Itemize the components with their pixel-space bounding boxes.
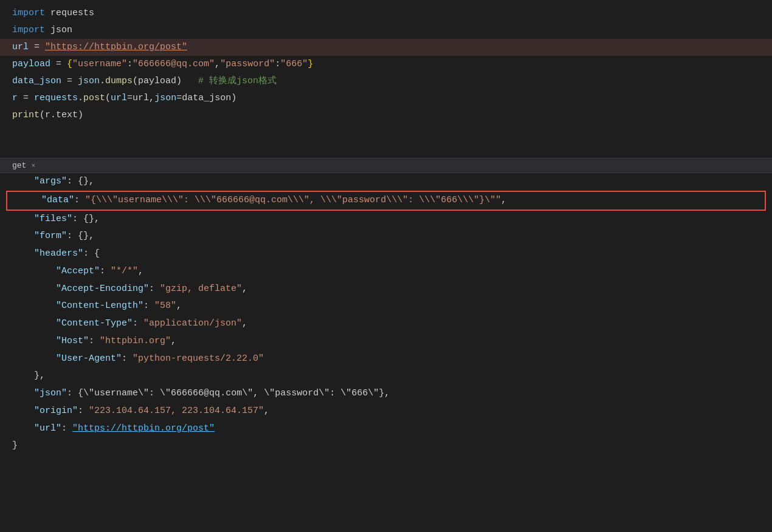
- output-json-line: "json": {\"username\": \"666666@qq.com\"…: [0, 385, 772, 403]
- code-line-6: r = requests.post(url=url,json=data_json…: [0, 90, 772, 107]
- code-line-5: data_json = json.dumps(payload) # 转换成jso…: [0, 73, 772, 90]
- code-line-1: import requests: [0, 5, 772, 22]
- output-files-line: "files": {},: [0, 211, 772, 228]
- output-content-type: "Content-Type": "application/json",: [0, 315, 772, 333]
- output-user-agent: "User-Agent": "python-requests/2.22.0": [0, 350, 772, 368]
- output-url-line: "url": "https://httpbin.org/post": [0, 420, 772, 438]
- output-form-line: "form": {},: [0, 228, 772, 245]
- output-headers-close: },: [0, 367, 772, 385]
- keyword-import1: import: [12, 6, 45, 21]
- code-editor: import requests import json url = "https…: [0, 0, 772, 158]
- output-tab-bar: get ×: [0, 158, 772, 173]
- tab-label[interactable]: get: [12, 161, 26, 170]
- code-line-2: import json: [0, 22, 772, 39]
- code-line-4: payload = {"username":"666666@qq.com","p…: [0, 56, 772, 73]
- output-accept-encoding: "Accept-Encoding": "gzip, deflate",: [0, 281, 772, 298]
- output-args-line: "args": {},: [0, 173, 772, 191]
- output-origin-line: "origin": "223.104.64.157, 223.104.64.15…: [0, 403, 772, 420]
- output-content-length: "Content-Length": "58",: [0, 298, 772, 315]
- output-data-line-highlighted: "data": "{\\\"username\\\": \\\"666666@q…: [6, 191, 766, 211]
- output-closing-brace: }: [0, 437, 772, 455]
- keyword-import2: import: [12, 23, 45, 38]
- output-host: "Host": "httpbin.org",: [0, 333, 772, 350]
- output-accept: "Accept": "*/*",: [0, 263, 772, 281]
- code-line-3: url = "https://httpbin.org/post": [0, 39, 772, 56]
- code-line-7: print(r.text): [0, 107, 772, 124]
- output-section: "args": {}, "data": "{\\\"username\\\": …: [0, 173, 772, 455]
- tab-close-button[interactable]: ×: [31, 162, 35, 169]
- output-headers-open: "headers": {: [0, 245, 772, 263]
